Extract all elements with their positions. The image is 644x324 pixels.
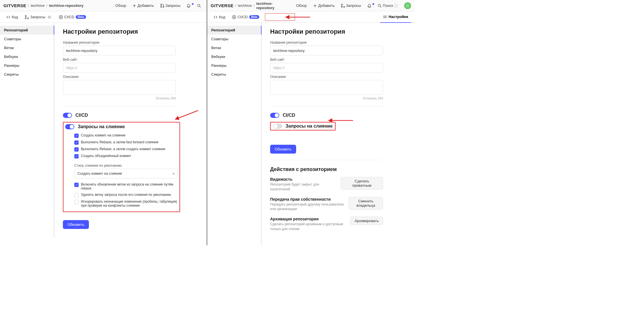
tab-settings[interactable]: Настройки [380, 11, 411, 23]
merge-requests-toggle[interactable] [273, 124, 282, 129]
sidebar-item-branches[interactable]: Ветки [0, 43, 54, 52]
play-icon [232, 15, 236, 19]
make-private-button[interactable]: Сделать приватным [341, 177, 383, 190]
opt-rebase-ff-checkbox[interactable] [74, 140, 79, 145]
breadcrumb-repo[interactable]: techhive-repository [49, 3, 84, 8]
sidebar-item-runners[interactable]: Раннеры [207, 61, 261, 70]
opt-label: Создать объединённый коммит [81, 154, 131, 158]
description-input[interactable] [270, 80, 383, 95]
merge-requests-label: Запросы на слияние [78, 124, 125, 129]
update-button[interactable]: Обновить [63, 220, 89, 229]
search-input-trigger[interactable]: Поиск / [375, 3, 400, 8]
sidebar-item-secrets[interactable]: Секреты [0, 70, 54, 79]
opt-label: Создать коммит на слияние [81, 133, 125, 137]
opt-label: Выполнить Rebase, а затем fast-forward с… [81, 140, 158, 144]
opt-rebase-merge-checkbox[interactable] [74, 147, 79, 152]
description-input[interactable] [63, 80, 176, 95]
repo-name-input[interactable] [270, 46, 383, 55]
website-input[interactable] [270, 63, 383, 73]
subnav: Код CI/CD Beta Настройки [207, 11, 414, 23]
update-button[interactable]: Обновить [270, 145, 296, 154]
chevron-updown-icon: ⇅ [172, 172, 175, 175]
opt-label: Игнорировать незначащие изменения (пробе… [81, 200, 178, 208]
merge-requests-toggle[interactable] [65, 124, 74, 129]
svg-point-6 [27, 18, 29, 19]
code-icon [6, 15, 10, 19]
chars-counter: Осталось 333 [63, 96, 176, 100]
sidebar-item-webhooks[interactable]: Вебхуки [207, 52, 261, 61]
divider [270, 106, 383, 106]
chars-counter: Осталось 333 [270, 96, 383, 100]
nav-add[interactable]: Добавить [130, 3, 156, 8]
nav-add[interactable]: Добавить [311, 3, 337, 8]
name-label: Название репозитория [270, 41, 406, 45]
tab-code[interactable]: Код [211, 11, 228, 23]
opt-ignore-whitespace-checkbox[interactable] [74, 200, 79, 204]
merge-requests-label: Запросы на слияние [286, 124, 333, 129]
svg-point-9 [341, 6, 342, 7]
archive-button[interactable]: Архивировать [350, 217, 383, 225]
sidebar-item-repository[interactable]: Репозиторий [0, 26, 54, 35]
opt-label: Включить обновление ветки из запроса на … [81, 182, 178, 190]
logo[interactable]: GITVERSE [3, 3, 26, 8]
cicd-toggle[interactable] [270, 113, 279, 118]
sliders-icon [383, 15, 387, 19]
missing-tab-highlight [265, 13, 295, 21]
opt-label: Выполнить Rebase, а затем создать коммит… [81, 147, 165, 151]
notifications-button[interactable] [184, 4, 193, 8]
settings-content: Настройки репозитория Название репозитор… [262, 23, 414, 245]
user-avatar[interactable] [404, 2, 411, 9]
search-icon [378, 4, 382, 8]
ownership-title: Передача прав собственности [270, 197, 346, 202]
opt-delete-branch-checkbox[interactable] [74, 193, 79, 197]
website-input[interactable] [63, 63, 176, 73]
topbar: GITVERSE / techhive / techhive-repositor… [207, 0, 414, 11]
breadcrumb-repo[interactable]: techhive-repository [256, 1, 290, 10]
logo[interactable]: GITVERSE [211, 3, 234, 8]
crumb-sep: / [28, 3, 29, 8]
change-owner-button[interactable]: Сменить владельца [349, 197, 383, 210]
tab-cicd[interactable]: CI/CD Beta [56, 11, 89, 23]
opt-merge-commit-checkbox[interactable] [74, 134, 79, 138]
svg-point-5 [25, 18, 26, 19]
tab-cicd[interactable]: CI/CD Beta [229, 11, 262, 23]
search-shortcut-key: / [394, 4, 398, 8]
sidebar-item-branches[interactable]: Ветки [207, 43, 261, 52]
nav-overview[interactable]: Обзор [113, 3, 129, 8]
merge-section-highlight: Запросы на слияние Создать коммит на сли… [63, 122, 180, 212]
breadcrumb-owner[interactable]: techhive [31, 3, 44, 8]
tab-requests[interactable]: Запросы 0 [22, 11, 55, 23]
site-label: Веб-сайт [63, 58, 198, 62]
visibility-desc: Репозиторий будет закрыт для посетителей [270, 182, 338, 192]
opt-rebase-update-checkbox[interactable] [74, 183, 79, 187]
breadcrumb-owner[interactable]: techhive [238, 3, 252, 8]
svg-point-8 [341, 4, 342, 5]
pull-request-icon [341, 4, 345, 8]
sidebar-item-coauthors[interactable]: Соавторы [0, 35, 54, 43]
topbar: GITVERSE / techhive / techhive-repositor… [0, 0, 207, 11]
sidebar-item-coauthors[interactable]: Соавторы [207, 35, 261, 43]
nav-requests[interactable]: Запросы [339, 3, 363, 8]
sidebar-item-secrets[interactable]: Секреты [207, 70, 261, 79]
divider [63, 106, 176, 106]
sidebar-item-webhooks[interactable]: Вебхуки [0, 52, 54, 61]
archive-desc: Сделать репозиторий архивным и доступным… [270, 222, 347, 232]
nav-requests[interactable]: Запросы [158, 3, 183, 8]
nav-overview[interactable]: Обзор [294, 3, 309, 8]
pull-request-icon [160, 4, 164, 8]
beta-badge: Beta [249, 15, 260, 19]
repo-name-input[interactable] [63, 46, 176, 55]
tab-code[interactable]: Код [3, 11, 21, 23]
cicd-toggle[interactable] [63, 113, 72, 118]
notification-dot [372, 3, 374, 5]
sidebar-item-runners[interactable]: Раннеры [0, 61, 54, 70]
settings-sidebar: Репозиторий Соавторы Ветки Вебхуки Ранне… [207, 23, 262, 245]
search-button[interactable] [195, 4, 203, 8]
sidebar-item-repository[interactable]: Репозиторий [207, 26, 262, 35]
archive-title: Архивация репозитория [270, 217, 347, 221]
notifications-button[interactable] [365, 4, 374, 8]
default-merge-style-select[interactable]: Создать коммит на слияние ⇅ [74, 169, 178, 178]
code-icon [214, 15, 218, 19]
opt-squash-checkbox[interactable] [74, 154, 79, 158]
settings-content: Настройки репозитория Название репозитор… [54, 23, 207, 238]
